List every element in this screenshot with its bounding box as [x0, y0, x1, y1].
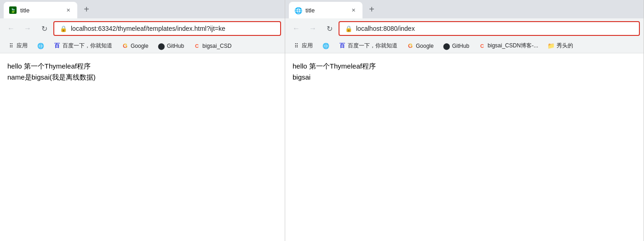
right-tab-title: title	[305, 7, 346, 14]
right-bookmark-google[interactable]: G Google	[403, 41, 437, 51]
left-content-line-2: name是bigsai(我是离线数据)	[7, 72, 277, 83]
right-content-line-2: bigsai	[293, 72, 636, 83]
right-baidu-icon: 百	[339, 42, 346, 50]
left-bookmark-csdn-label: bigsai_CSD	[202, 43, 231, 49]
right-bookmark-globe[interactable]: 🌐	[318, 41, 333, 51]
right-new-tab-button[interactable]: +	[364, 2, 379, 17]
right-csdn-icon: C	[478, 42, 486, 50]
baidu-icon: 百	[53, 42, 61, 50]
left-bookmarks-bar: ⠿ 应用 🌐 百 百度一下，你就知道 G Google ⬤ GitHub C b…	[0, 39, 285, 53]
right-tab-favicon: 🌐	[294, 6, 302, 14]
right-bookmark-baidu-label: 百度一下，你就知道	[348, 42, 397, 50]
globe-icon: 🌐	[37, 42, 44, 50]
right-tab-close-button[interactable]: ✕	[350, 6, 357, 14]
right-bookmark-csdn-label: bigsai_CSDN博客-...	[488, 42, 538, 50]
right-tab-bar: 🌐 title ✕ +	[285, 0, 644, 18]
right-browser-window: 🌐 title ✕ + ← → ↻ 🔒 localhost:8080/index	[285, 0, 644, 241]
left-browser-window: 🍃 title ✕ + ← → ↻ 🔒 localhost:63342/thym…	[0, 0, 285, 241]
right-bookmark-apps[interactable]: ⠿ 应用	[289, 41, 316, 51]
left-bookmark-apps[interactable]: ⠿ 应用	[4, 41, 31, 51]
left-tab-title: title	[20, 7, 61, 14]
left-bookmark-github-label: GitHub	[167, 43, 184, 49]
left-tab-favicon: 🍃	[9, 6, 17, 14]
right-address-text: localhost:8080/index	[356, 25, 415, 32]
left-address-bar[interactable]: 🔒 localhost:63342/thymeleaf/templates/in…	[53, 21, 281, 36]
right-bookmark-folder-label: 秀头的	[557, 42, 573, 50]
right-bookmarks-bar: ⠿ 应用 🌐 百 百度一下，你就知道 G Google ⬤ GitHub C b…	[285, 39, 644, 53]
right-bookmark-folder[interactable]: 📁 秀头的	[544, 41, 577, 51]
left-address-text: localhost:63342/thymeleaf/templates/inde…	[71, 25, 225, 32]
right-back-button[interactable]: ←	[289, 21, 304, 36]
left-forward-button[interactable]: →	[20, 21, 35, 36]
right-address-bar-wrapper: 🔒 localhost:8080/index	[339, 21, 640, 36]
right-active-tab[interactable]: 🌐 title ✕	[289, 2, 362, 18]
left-address-secure-icon: 🔒	[60, 25, 67, 32]
left-new-tab-button[interactable]: +	[79, 2, 94, 17]
right-content-line-1: hello 第一个Thymeleaf程序	[293, 61, 636, 72]
left-content-line-1: hello 第一个Thymeleaf程序	[7, 61, 277, 72]
right-address-secure-icon: 🔒	[345, 25, 352, 32]
right-nav-bar: ← → ↻ 🔒 localhost:8080/index	[285, 18, 644, 39]
csdn-icon: C	[193, 42, 201, 50]
right-address-bar[interactable]: 🔒 localhost:8080/index	[339, 21, 640, 36]
left-bookmark-baidu[interactable]: 百 百度一下，你就知道	[50, 41, 116, 51]
left-bookmark-apps-label: 应用	[17, 42, 28, 50]
left-tab-close-button[interactable]: ✕	[64, 6, 72, 14]
left-refresh-button[interactable]: ↻	[37, 21, 52, 36]
right-globe-icon: 🌐	[322, 42, 329, 50]
left-nav-bar: ← → ↻ 🔒 localhost:63342/thymeleaf/templa…	[0, 18, 285, 39]
right-forward-button[interactable]: →	[305, 21, 320, 36]
left-active-tab[interactable]: 🍃 title ✕	[4, 2, 77, 18]
left-bookmark-baidu-label: 百度一下，你就知道	[63, 42, 112, 50]
right-bookmark-baidu[interactable]: 百 百度一下，你就知道	[335, 41, 401, 51]
right-refresh-button[interactable]: ↻	[322, 21, 337, 36]
grid-icon: ⠿	[7, 42, 15, 50]
google-icon: G	[121, 42, 129, 50]
left-bookmark-csdn[interactable]: C bigsai_CSD	[190, 41, 235, 51]
right-bookmark-apps-label: 应用	[302, 42, 313, 50]
right-bookmark-github-label: GitHub	[452, 43, 469, 49]
github-icon: ⬤	[158, 42, 165, 50]
left-page-content: hello 第一个Thymeleaf程序 name是bigsai(我是离线数据)	[0, 53, 285, 241]
right-google-icon: G	[407, 42, 414, 50]
left-address-bar-wrapper: 🔒 localhost:63342/thymeleaf/templates/in…	[53, 21, 281, 36]
left-back-button[interactable]: ←	[4, 21, 18, 36]
right-folder-icon: 📁	[547, 42, 555, 50]
right-bookmark-github[interactable]: ⬤ GitHub	[439, 41, 473, 51]
right-page-content: hello 第一个Thymeleaf程序 bigsai	[285, 53, 644, 241]
right-grid-icon: ⠿	[293, 42, 300, 50]
left-bookmark-google-label: Google	[131, 43, 149, 49]
left-tab-bar: 🍃 title ✕ +	[0, 0, 285, 18]
left-bookmark-github[interactable]: ⬤ GitHub	[154, 41, 188, 51]
right-github-icon: ⬤	[443, 42, 450, 50]
right-bookmark-csdn[interactable]: C bigsai_CSDN博客-...	[475, 41, 542, 51]
left-bookmark-google[interactable]: G Google	[118, 41, 152, 51]
left-bookmark-globe[interactable]: 🌐	[33, 41, 48, 51]
right-bookmark-google-label: Google	[416, 43, 434, 49]
